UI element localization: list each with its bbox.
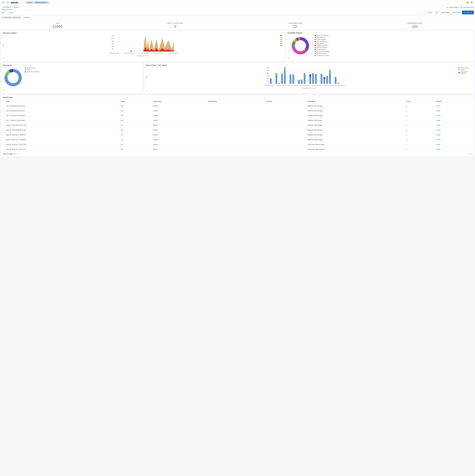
info-icon[interactable]: i [46,2,48,3]
list-icon[interactable] [287,57,472,59]
legend-item[interactable]: Disable or Modify T… [315,45,472,46]
cell-rule[interactable]: 81101 [435,133,472,137]
col-level[interactable]: Level [405,99,435,104]
expand-row-icon[interactable]: › [3,128,5,133]
cell-time: May 24, 2023 @ 17:25:09.574 [5,133,120,137]
cell-rule[interactable]: 81101 [435,108,472,113]
legend-item[interactable]: wazuh-server [458,67,472,69]
rows-per-page[interactable]: Rows per page: 10 [3,153,17,155]
legend-item[interactable]: Ubuntu [458,69,472,71]
cell-agent[interactable]: 001 [120,113,152,118]
cell-rule[interactable]: 81101 [435,104,472,108]
cell-rule[interactable]: 81102 [435,142,472,147]
list-icon[interactable] [145,89,473,92]
cell-agent[interactable]: 001 [120,137,152,142]
legend-item[interactable]: DESKTOP-F2S56UF [25,71,40,73]
col-tactic[interactable]: Tactic(s) [265,99,307,104]
col-time[interactable]: Time ↓ [5,99,120,104]
legend-item[interactable]: Windows Service [315,53,472,54]
expand-row-icon[interactable]: › [3,147,5,152]
cell-rule[interactable]: 81101 [435,123,472,128]
legend-item[interactable]: 9 [281,43,283,44]
brand-chevron-down-icon[interactable] [20,1,23,4]
breadcrumb-section[interactable]: Security events i [34,1,50,4]
legend-item[interactable]: DESKTOP-F2S56UF [458,71,472,74]
cell-rule[interactable]: 81101 [435,118,472,123]
legend-item[interactable]: Modify Registry [315,39,472,40]
tab-events[interactable]: Events [12,5,20,10]
saved-query-picker[interactable] [1,11,6,14]
col-agent[interactable]: Agent [120,99,152,104]
explore-agent-label: Explore agent [449,6,458,8]
legend-item[interactable]: Account Manipulation [315,51,472,52]
add-filter-link[interactable]: + Add filter [23,17,30,18]
pager-prev[interactable]: ‹ [468,153,468,155]
cell-agent[interactable]: 001 [120,133,152,137]
legend-item[interactable]: wazuh-server [25,67,40,69]
show-dates-link[interactable]: Show dates [451,12,462,13]
col-technique[interactable]: Technique(s) [207,99,265,104]
breadcrumb-modules[interactable]: Modules [25,1,34,4]
cell-agent[interactable]: 001 [120,123,152,128]
cell-rule[interactable]: 81102 [435,147,472,152]
pager-page[interactable]: 1 [469,153,470,155]
refresh-button[interactable]: Refresh [462,11,474,14]
expand-row-icon[interactable]: › [3,133,5,137]
cell-agent[interactable]: 001 [120,128,152,133]
expand-icon[interactable]: ⤢ [472,32,473,34]
svg-rect-44 [281,73,283,75]
expand-row-icon[interactable]: › [3,137,5,142]
col-agent-name[interactable]: Agent name [152,99,207,104]
legend-item[interactable]: Create Account [315,49,472,50]
cell-agent[interactable]: 001 [120,147,152,152]
expand-row-icon[interactable]: › [3,118,5,123]
legend-item[interactable]: 7 [281,35,283,36]
cell-agent[interactable]: 001 [120,118,152,123]
cell-agent[interactable]: 001 [120,104,152,108]
expand-icon[interactable]: ⤢ [472,64,473,66]
list-icon[interactable] [3,57,283,59]
svg-rect-55 [312,74,314,84]
home-icon[interactable] [6,1,10,4]
legend-item[interactable]: File Deletion [315,43,472,44]
avatar[interactable]: a [466,1,469,4]
expand-icon[interactable]: ⤢ [282,32,284,34]
col-rule[interactable]: Rule ID [435,99,472,104]
menu-icon[interactable] [1,1,5,4]
pager-next[interactable]: › [471,153,472,155]
date-range-picker[interactable]: Last 30 days Show dates [435,11,462,14]
legend-item[interactable]: Valid Accounts [315,37,472,38]
expand-icon[interactable]: ⤢ [472,96,473,98]
search-input[interactable] [8,11,427,14]
legend-item[interactable]: Password Guessing [315,55,472,56]
legend-item[interactable]: Stored Data Manipu… [315,35,472,36]
expand-row-icon[interactable]: › [3,123,5,128]
dql-toggle[interactable]: DQL [427,11,433,14]
cell-agent[interactable]: 001 [120,108,152,113]
cell-rule[interactable]: 81101 [435,137,472,142]
legend-item[interactable]: Remote Services [315,47,472,48]
legend-item[interactable]: 3 [281,37,283,38]
legend-item[interactable]: 4 [281,45,283,46]
cell-rule[interactable]: 81101 [435,128,472,133]
filter-chip[interactable]: manager.name: wazuh-server [1,16,21,19]
expand-row-icon[interactable]: › [3,113,5,118]
col-description[interactable]: Description [306,99,405,104]
legend-item[interactable]: 5 [281,41,283,42]
explore-agent-link[interactable]: Explore agent [447,6,458,8]
expand-row-icon[interactable]: › [3,104,5,108]
expand-row-icon[interactable]: › [3,108,5,113]
brand-logo[interactable]: wazuh. [11,1,19,4]
cell-agent[interactable]: 001 [120,142,152,147]
tab-dashboard[interactable]: Dashboard [1,5,12,10]
list-icon[interactable] [3,89,141,91]
legend-item[interactable]: 8 [281,39,283,40]
expand-icon[interactable]: ⤢ [141,64,142,66]
cell-rule[interactable]: 81101 [435,113,472,118]
legend-item[interactable]: Ubuntu [25,69,40,71]
support-icon[interactable] [470,1,474,4]
legend-item[interactable]: Data Destruction [315,41,472,42]
expand-row-icon[interactable]: › [3,142,5,147]
security-alerts-panel: ⤢ Security Alerts Time ↓ Agent Agent nam… [1,95,474,157]
generate-report-link[interactable]: Generate report [460,6,474,8]
